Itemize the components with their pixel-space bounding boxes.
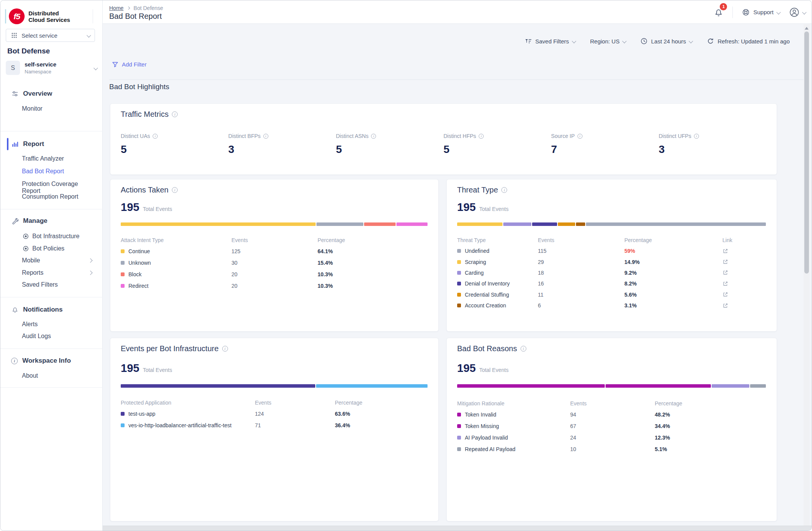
support-menu-button[interactable]: Support [742, 8, 780, 16]
bar-segment [606, 384, 711, 388]
sidebar-item-reports[interactable]: Reports [22, 269, 97, 276]
vertical-scrollbar[interactable] [804, 24, 810, 526]
sidebar-section-label: Workspace Info [22, 357, 71, 365]
target-icon [22, 232, 29, 240]
total-events: 195Total Events [457, 362, 509, 375]
sidebar-item-protection-coverage-report[interactable]: Protection Coverage Report [22, 181, 97, 194]
external-link-button[interactable] [722, 259, 766, 265]
info-icon[interactable] [172, 187, 178, 193]
bar-segment [586, 222, 766, 226]
info-icon[interactable] [479, 134, 484, 139]
sidebar-section-report[interactable]: Report [11, 140, 93, 148]
bar-segment [121, 222, 316, 226]
account-menu-button[interactable] [789, 7, 806, 17]
bar-segment [532, 222, 557, 226]
external-link-icon [722, 292, 728, 297]
info-icon[interactable] [371, 134, 376, 139]
sidebar-item-bad-bot-report[interactable]: Bad Bot Report [22, 168, 97, 175]
sidebar-item-bot-policies[interactable]: Bot Policies [22, 245, 97, 252]
chevron-down-icon [802, 10, 806, 14]
panel-title: Actions Taken [121, 186, 178, 194]
table-header: Protected ApplicationEventsPercentage [121, 397, 428, 408]
scroll-up-arrow-icon[interactable] [805, 27, 809, 30]
table-row: Repeated AI Payload 10 5.1% [457, 443, 766, 455]
sidebar-section-label: Report [23, 140, 44, 148]
sidebar-item-audit-logs[interactable]: Audit Logs [22, 333, 97, 340]
select-service-dropdown[interactable]: Select service [6, 29, 95, 42]
logo-accent-line [5, 9, 6, 23]
add-filter-button[interactable]: Add Filter [112, 59, 146, 70]
metrics-row: Distinct UAs 5 Distinct BFPs 3 Distinct … [121, 133, 766, 156]
sidebar-section-manage[interactable]: Manage [11, 217, 93, 225]
sidebar-section-notifications[interactable]: Notifications [11, 306, 93, 314]
info-icon[interactable] [501, 187, 507, 193]
external-link-button[interactable] [722, 270, 766, 275]
total-events: 195Total Events [121, 201, 172, 214]
external-link-button[interactable] [722, 292, 766, 297]
sidebar-item-alerts[interactable]: Alerts [22, 321, 97, 328]
legend-chip [457, 282, 461, 285]
bar-segment [503, 222, 531, 226]
external-link-button[interactable] [722, 281, 766, 287]
legend-chip [121, 261, 125, 265]
time-range-dropdown[interactable]: Last 24 hours [641, 38, 692, 45]
saved-filters-dropdown[interactable]: Saved Filters [525, 38, 576, 45]
threat-type-table: Threat TypeEventsPercentageLink Undefine… [457, 235, 766, 311]
bar-chart-icon [11, 141, 18, 148]
panel-title: Threat Type [457, 186, 507, 194]
external-link-button[interactable] [722, 248, 766, 254]
table-row: Token Invalid 94 48.2% [457, 409, 766, 420]
stacked-bar [121, 384, 428, 388]
sidebar-section-label: Manage [23, 217, 47, 225]
metric: Distinct UAs 5 [121, 133, 228, 156]
sidebar-item-consumption-report[interactable]: Consumption Report [22, 193, 97, 200]
stacked-bar [457, 222, 766, 226]
info-icon[interactable] [577, 134, 582, 139]
table-row: AI Payload Invalid 24 12.3% [457, 432, 766, 443]
table-row: Undefined 115 59% [457, 246, 766, 256]
table-header: Mitigation RationaleEventsPercentage [457, 398, 766, 409]
sidebar-section-overview[interactable]: Overview [11, 90, 93, 98]
sidebar-item-saved-filters[interactable]: Saved Filters [22, 281, 97, 288]
refresh-button[interactable]: Refresh: Updated 1 min ago [707, 38, 790, 45]
info-icon[interactable] [263, 134, 268, 139]
namespace-selector[interactable]: S self-service Namespace [6, 61, 97, 75]
section-title: Bad Bot Highlights [109, 83, 169, 91]
legend-chip [121, 272, 125, 276]
wrench-icon [11, 217, 18, 225]
sidebar-item-traffic-analyzer[interactable]: Traffic Analyzer [22, 155, 97, 162]
actions-taken-panel: Actions Taken 195Total Events Attack Int… [110, 179, 439, 332]
breadcrumb-current: Bot Defense [133, 5, 163, 11]
sidebar-divider [0, 348, 103, 349]
sidebar-item-monitor[interactable]: Monitor [22, 105, 97, 112]
metric: Distinct UFPs 3 [659, 133, 766, 156]
table-row: Block 20 10.3% [121, 269, 428, 280]
notification-badge: 1 [720, 3, 727, 10]
notifications-bell-button[interactable]: 1 [714, 6, 723, 18]
bar-segment [457, 384, 605, 388]
info-icon[interactable] [172, 111, 178, 117]
sidebar-section-workspace-info[interactable]: Workspace Info [11, 357, 93, 365]
vertical-scrollbar-thumb[interactable] [804, 32, 809, 274]
sidebar-item-mobile[interactable]: Mobile [22, 257, 97, 264]
region-dropdown[interactable]: Region: US [590, 38, 626, 45]
external-link-button[interactable] [722, 303, 766, 309]
clock-icon [641, 38, 647, 45]
horizontal-scrollbar[interactable] [103, 526, 812, 531]
stacked-bar [457, 384, 766, 388]
stacked-bar [121, 222, 428, 226]
sidebar-item-about[interactable]: About [22, 372, 97, 379]
info-icon[interactable] [694, 134, 699, 139]
info-icon[interactable] [153, 134, 158, 139]
breadcrumb: Home Bot Defense [109, 5, 163, 11]
breadcrumb-home-link[interactable]: Home [109, 5, 123, 11]
table-row: Scraping 29 14.9% [457, 256, 766, 267]
metric-value: 7 [551, 143, 659, 156]
legend-chip [457, 424, 461, 428]
chevron-down-icon [622, 39, 627, 43]
legend-chip [457, 447, 461, 451]
info-icon[interactable] [222, 346, 228, 352]
sidebar-item-bot-infrastructure[interactable]: Bot Infrastructure [22, 232, 97, 240]
bad-bot-reasons-table: Mitigation RationaleEventsPercentage Tok… [457, 398, 766, 455]
info-icon[interactable] [521, 346, 526, 352]
